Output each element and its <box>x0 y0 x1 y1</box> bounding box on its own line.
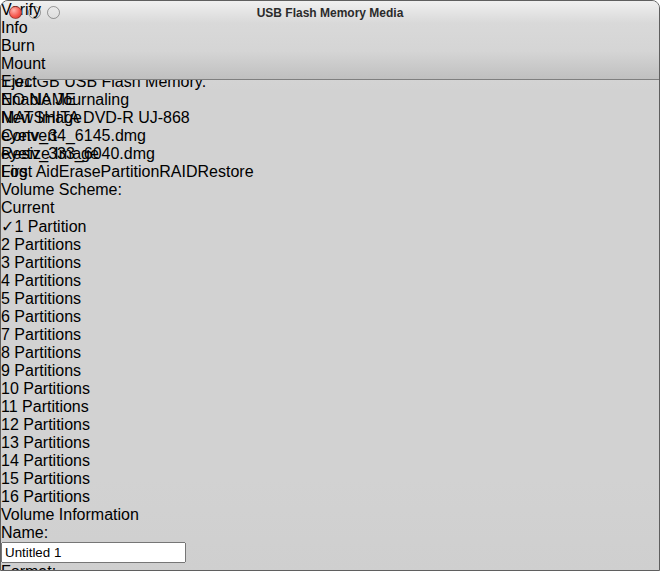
scheme-menu-item-label: 3 Partitions <box>1 254 81 271</box>
scheme-menu-item-label: 2 Partitions <box>1 236 81 253</box>
scheme-menu-item-label: 5 Partitions <box>1 290 81 307</box>
toolbar-button-label: Enable Journaling <box>1 91 129 108</box>
scheme-menu-item-label: 16 Partitions <box>1 488 90 505</box>
scheme-menu-item[interactable]: 15 Partitions <box>1 470 659 488</box>
volume-information-heading: Volume Information <box>1 506 659 524</box>
toolbar-button-convert[interactable]: Convert <box>1 127 659 145</box>
toolbar-button-label: Burn <box>1 37 35 54</box>
scheme-menu-item-label: 9 Partitions <box>1 362 81 379</box>
toolbar-button-resize-image[interactable]: Resize Image <box>1 145 659 163</box>
scheme-menu-item-label: 1 Partition <box>14 218 86 235</box>
toolbar-button-eject[interactable]: Eject <box>1 73 659 91</box>
scheme-menu-item[interactable]: 7 Partitions <box>1 326 659 344</box>
volume-scheme-menu: Current✓1 Partition2 Partitions3 Partiti… <box>1 199 659 506</box>
scheme-menu-item[interactable]: 2 Partitions <box>1 236 659 254</box>
scheme-menu-item-label: 15 Partitions <box>1 470 90 487</box>
scheme-menu-item[interactable]: 8 Partitions <box>1 344 659 362</box>
toolbar-right: Log <box>1 163 659 181</box>
name-label: Name: <box>1 524 659 542</box>
scheme-menu-item[interactable]: 5 Partitions <box>1 290 659 308</box>
toolbar-button-label: Resize Image <box>1 145 99 162</box>
scheme-menu-item[interactable]: 16 Partitions <box>1 488 659 506</box>
toolbar-button-burn[interactable]: Burn <box>1 37 659 55</box>
scheme-menu-item-label: Current <box>1 199 54 216</box>
scheme-menu-item-label: 8 Partitions <box>1 344 81 361</box>
window-title: USB Flash Memory Media <box>1 1 659 20</box>
titlebar[interactable]: USB Flash Memory Media <box>1 1 659 23</box>
minimize-button[interactable] <box>28 6 41 19</box>
format-label: Format: <box>1 563 659 571</box>
scheme-menu-item[interactable]: 12 Partitions <box>1 416 659 434</box>
checkmark-icon: ✓ <box>1 218 14 235</box>
scheme-menu-item-label: 13 Partitions <box>1 434 90 451</box>
scheme-menu-item-label: 6 Partitions <box>1 308 81 325</box>
disk-utility-window: USB Flash Memory Media VerifyInfoBurnMou… <box>0 0 660 571</box>
toolbar-button-label: Log <box>1 163 28 180</box>
name-field[interactable] <box>1 542 186 563</box>
scheme-menu-item-label: 10 Partitions <box>1 380 90 397</box>
toolbar-button-journaling[interactable]: Enable Journaling <box>1 91 659 109</box>
scheme-menu-item[interactable]: 14 Partitions <box>1 452 659 470</box>
scheme-menu-item-label: 4 Partitions <box>1 272 81 289</box>
window-header: USB Flash Memory Media VerifyInfoBurnMou… <box>1 1 659 80</box>
scheme-menu-item[interactable]: 11 Partitions <box>1 398 659 416</box>
volume-scheme-label: Volume Scheme: <box>1 181 659 199</box>
toolbar-button-new-image[interactable]: New Image <box>1 109 659 127</box>
scheme-menu-item[interactable]: 3 Partitions <box>1 254 659 272</box>
scheme-menu-item-label: 7 Partitions <box>1 326 81 343</box>
toolbar-button-label: Mount <box>1 55 45 72</box>
scheme-menu-item[interactable]: 6 Partitions <box>1 308 659 326</box>
scheme-menu-item[interactable]: 13 Partitions <box>1 434 659 452</box>
scheme-menu-item[interactable]: 4 Partitions <box>1 272 659 290</box>
scheme-menu-item-label: 12 Partitions <box>1 416 90 433</box>
close-button[interactable] <box>9 6 22 19</box>
toolbar-button-mount[interactable]: Mount <box>1 55 659 73</box>
scheme-menu-item-label: 14 Partitions <box>1 452 90 469</box>
toolbar: VerifyInfoBurnMountEjectEnable Journalin… <box>1 1 659 163</box>
toolbar-button-label: Eject <box>1 73 37 90</box>
scheme-menu-item[interactable]: 9 Partitions <box>1 362 659 380</box>
window-controls <box>9 6 60 19</box>
scheme-menu-item-label: 11 Partitions <box>1 398 89 415</box>
toolbar-button-label: New Image <box>1 109 82 126</box>
zoom-button[interactable] <box>47 6 60 19</box>
scheme-menu-item[interactable]: Current <box>1 199 659 217</box>
scheme-menu-item[interactable]: 10 Partitions <box>1 380 659 398</box>
scheme-menu-item[interactable]: ✓1 Partition <box>1 217 659 236</box>
toolbar-button-log[interactable]: Log <box>1 163 659 181</box>
toolbar-button-label: Convert <box>1 127 57 144</box>
